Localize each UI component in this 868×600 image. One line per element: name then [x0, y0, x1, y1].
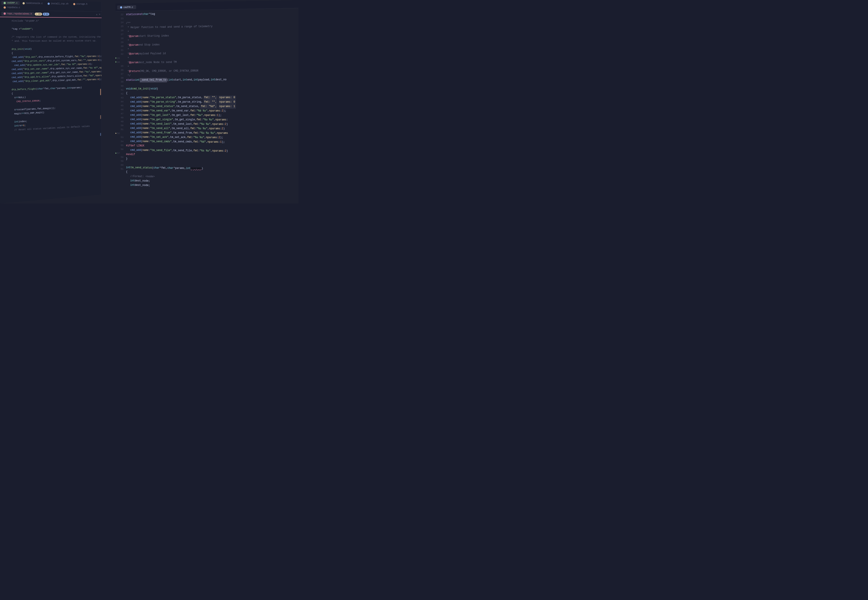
left-code-area: #include "drpDRP.h" *tag > "cmdDRP"; /* … — [0, 17, 101, 203]
code-line — [12, 31, 101, 35]
code-line: * and. This function must be called at e… — [12, 39, 101, 43]
tab-repodata[interactable]: repoData.c — [2, 5, 23, 9]
info-badge: ℹ 11 — [43, 13, 49, 15]
tab-bar-1: cmdDRP.c taskConsole.c install_csp.sh st… — [0, 0, 101, 12]
tab-bar-2: repo_repoDataDemo.h ⚠ 23 ℹ 11 ▲ ▼ — [0, 11, 101, 18]
tab-label-cmddrp: cmdDRP.c — [7, 2, 18, 5]
right-code-area: 22 23 24 25 26 27 28 29 30 31 32 ▶33 ▶34… — [115, 8, 298, 203]
scroll-marker-2 — [100, 115, 101, 119]
right-code-line-39: void cmd_tm_init(void) — [126, 86, 296, 91]
code-line — [12, 23, 101, 27]
tab-icon-green — [4, 2, 6, 4]
right-code-line-40: { — [126, 91, 296, 95]
tab-label-repodata-demo: repo_repoDataDemo.h — [7, 12, 32, 15]
code-line: *tag > "cmdDRP"; — [12, 27, 101, 31]
right-code-line-43: cmd_add( name: "tm_send_status", tm_send… — [126, 105, 296, 109]
left-panel: cmdDRP.c taskConsole.c install_csp.sh st… — [0, 0, 102, 203]
tab-icon-yellow — [23, 2, 25, 4]
scroll-marker-3 — [100, 133, 101, 136]
editor-container: cmdDRP.c taskConsole.c install_csp.sh st… — [0, 0, 298, 203]
tab-icon-orange2 — [4, 6, 6, 9]
tab-icon-blue — [48, 3, 50, 5]
right-code-line-38 — [126, 82, 296, 87]
tab-icon-orange — [73, 3, 75, 5]
tab-installcsp[interactable]: install_csp.sh — [45, 2, 71, 6]
right-panel: cmdTM.c 22 23 24 25 26 27 28 29 30 31 32 — [115, 0, 298, 203]
right-code-line-42: cmd_add( name: "tm_parse_string", tm_par… — [126, 100, 296, 105]
tab-cmddrp[interactable]: cmdDRP.c — [2, 1, 20, 5]
tab-storageh[interactable]: storage.h — [71, 2, 89, 6]
tab-cmdtm[interactable]: cmdTM.c — [117, 5, 136, 9]
tab-taskconsole[interactable]: taskConsole.c — [20, 2, 45, 5]
left-line-numbers — [0, 19, 10, 202]
tab-label-storageh: storage.h — [76, 3, 88, 5]
right-code-line-44: cmd_add( name: "tm_send_var", tm_send_va… — [126, 109, 296, 114]
scroll-marker-1 — [100, 89, 101, 95]
collapse-icon[interactable]: ▲ ▼ — [96, 13, 100, 16]
right-line-numbers: 22 23 24 25 26 27 28 29 30 31 32 ▶33 ▶34… — [115, 13, 126, 199]
tab-repodata-demo[interactable]: repo_repoDataDemo.h — [2, 12, 34, 16]
right-code-line-41: cmd_add( name: "tm_parse_status", tm_par… — [126, 95, 296, 100]
tab-label-taskconsole: taskConsole.c — [26, 2, 43, 5]
left-code-lines: #include "drpDRP.h" *tag > "cmdDRP"; /* … — [10, 19, 101, 201]
right-code-lines: static const char *tag /** * Helper func… — [126, 9, 298, 202]
tab-icon-red — [4, 12, 6, 15]
code-line: /* registers the list of command in the … — [12, 35, 101, 39]
warning-badge: ⚠ 23 — [35, 12, 42, 15]
tab-icon-cmdtm — [120, 6, 122, 8]
tab-label-installcsp: install_csp.sh — [51, 3, 68, 5]
tab-label-repodata: repoData.c — [7, 6, 20, 9]
right-code-line-45: cmd_add( name: "tm_get_last", tm_get_las… — [126, 113, 296, 118]
tab-label-cmdtm: cmdTM.c — [123, 6, 133, 8]
code-line: #include "drpDRP.h" — [12, 19, 101, 24]
